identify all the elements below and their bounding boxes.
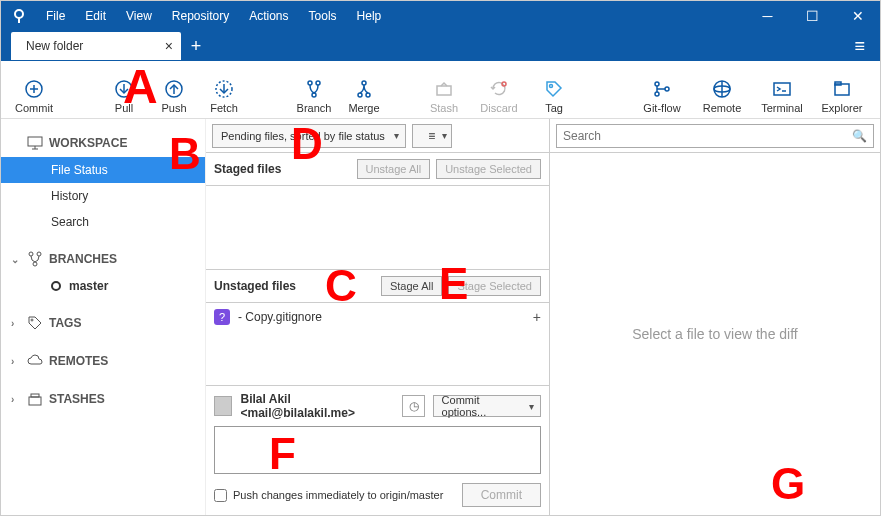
sidebar-item-search[interactable]: Search bbox=[1, 209, 205, 235]
commit-tool[interactable]: Commit bbox=[9, 78, 59, 114]
push-tool[interactable]: Push bbox=[149, 78, 199, 114]
discard-tool[interactable]: Discard bbox=[469, 78, 529, 114]
avatar bbox=[214, 396, 232, 416]
tag-tool[interactable]: Tag bbox=[529, 78, 579, 114]
chevron-right-icon: › bbox=[11, 394, 21, 405]
close-icon[interactable]: × bbox=[165, 38, 173, 54]
sidebar-group-tags[interactable]: › TAGS bbox=[1, 309, 205, 337]
titlebar: File Edit View Repository Actions Tools … bbox=[1, 1, 880, 31]
remote-tool[interactable]: Remote bbox=[692, 78, 752, 114]
chevron-right-icon: › bbox=[11, 356, 21, 367]
svg-point-36 bbox=[31, 319, 33, 321]
svg-rect-17 bbox=[437, 86, 451, 95]
commit-area: Bilal Akil <mail@bilalakil.me> ◷ Commit … bbox=[206, 385, 549, 515]
author-label: Bilal Akil <mail@bilalakil.me> bbox=[240, 392, 394, 420]
monitor-icon bbox=[27, 135, 43, 151]
search-box[interactable]: 🔍 bbox=[556, 124, 874, 148]
svg-rect-30 bbox=[28, 137, 42, 146]
close-button[interactable]: ✕ bbox=[835, 1, 880, 31]
cloud-icon bbox=[27, 353, 43, 369]
new-tab-button[interactable]: + bbox=[181, 36, 211, 57]
unstaged-files-list[interactable]: ? - Copy.gitignore + bbox=[206, 303, 549, 386]
main-area: WORKSPACE File Status History Search ⌄ B… bbox=[1, 119, 880, 515]
sidebar: WORKSPACE File Status History Search ⌄ B… bbox=[1, 119, 206, 515]
file-name: - Copy.gitignore bbox=[238, 310, 322, 324]
sidebar-group-remotes[interactable]: › REMOTES bbox=[1, 347, 205, 375]
menu-actions[interactable]: Actions bbox=[239, 1, 298, 31]
merge-tool[interactable]: Merge bbox=[339, 78, 389, 114]
file-row[interactable]: ? - Copy.gitignore + bbox=[206, 303, 549, 331]
svg-point-33 bbox=[29, 252, 33, 256]
commit-message-input[interactable] bbox=[214, 426, 541, 474]
branch-icon bbox=[27, 251, 43, 267]
unstaged-label: Unstaged files bbox=[214, 279, 375, 293]
staged-label: Staged files bbox=[214, 162, 351, 176]
gitflow-tool[interactable]: Git-flow bbox=[632, 78, 692, 114]
tab-bar: New folder × + ≡ bbox=[1, 31, 880, 61]
sidebar-group-workspace[interactable]: WORKSPACE bbox=[1, 129, 205, 157]
svg-point-22 bbox=[665, 87, 669, 91]
tag-icon bbox=[27, 315, 43, 331]
search-icon: 🔍 bbox=[852, 129, 867, 143]
center-panel: Pending files, sorted by file status ≡ S… bbox=[206, 119, 550, 515]
history-icon[interactable]: ◷ bbox=[402, 395, 424, 417]
unstage-all-button[interactable]: Unstage All bbox=[357, 159, 431, 179]
view-options-dropdown[interactable]: ≡ bbox=[412, 124, 452, 148]
stage-all-button[interactable]: Stage All bbox=[381, 276, 442, 296]
maximize-button[interactable]: ☐ bbox=[790, 1, 835, 31]
svg-point-14 bbox=[358, 93, 362, 97]
menu-view[interactable]: View bbox=[116, 1, 162, 31]
svg-point-16 bbox=[362, 81, 366, 85]
chevron-right-icon: › bbox=[11, 318, 21, 329]
hamburger-icon[interactable]: ≡ bbox=[854, 36, 865, 57]
terminal-tool[interactable]: Terminal bbox=[752, 78, 812, 114]
unstaged-header: Unstaged files Stage All Stage Selected bbox=[206, 270, 549, 303]
menu-bar: File Edit View Repository Actions Tools … bbox=[36, 1, 391, 31]
stage-selected-button[interactable]: Stage Selected bbox=[448, 276, 541, 296]
minimize-button[interactable]: ─ bbox=[745, 1, 790, 31]
menu-edit[interactable]: Edit bbox=[75, 1, 116, 31]
repo-tab[interactable]: New folder × bbox=[11, 32, 181, 60]
current-branch-icon bbox=[51, 281, 61, 291]
menu-tools[interactable]: Tools bbox=[299, 1, 347, 31]
menu-help[interactable]: Help bbox=[347, 1, 392, 31]
svg-point-19 bbox=[550, 85, 553, 88]
svg-point-11 bbox=[308, 81, 312, 85]
svg-rect-26 bbox=[774, 83, 790, 95]
svg-point-34 bbox=[37, 252, 41, 256]
stash-tool[interactable]: Stash bbox=[419, 78, 469, 114]
svg-point-13 bbox=[312, 93, 316, 97]
sidebar-branch-master[interactable]: master bbox=[1, 273, 205, 299]
svg-point-12 bbox=[316, 81, 320, 85]
diff-placeholder: Select a file to view the diff bbox=[550, 153, 880, 515]
push-checkbox-input[interactable] bbox=[214, 489, 227, 502]
svg-point-0 bbox=[15, 10, 23, 18]
right-panel: 🔍 Select a file to view the diff bbox=[550, 119, 880, 515]
search-row: 🔍 bbox=[550, 119, 880, 153]
commit-button[interactable]: Commit bbox=[462, 483, 541, 507]
svg-point-21 bbox=[655, 92, 659, 96]
branch-tool[interactable]: Branch bbox=[289, 78, 339, 114]
sidebar-item-history[interactable]: History bbox=[1, 183, 205, 209]
svg-rect-37 bbox=[29, 397, 41, 405]
fetch-tool[interactable]: Fetch bbox=[199, 78, 249, 114]
stage-file-button[interactable]: + bbox=[533, 309, 541, 325]
unstage-selected-button[interactable]: Unstage Selected bbox=[436, 159, 541, 179]
sidebar-item-file-status[interactable]: File Status bbox=[1, 157, 205, 183]
sidebar-group-branches[interactable]: ⌄ BRANCHES bbox=[1, 245, 205, 273]
pull-tool[interactable]: Pull bbox=[99, 78, 149, 114]
menu-repository[interactable]: Repository bbox=[162, 1, 239, 31]
sidebar-group-stashes[interactable]: › STASHES bbox=[1, 385, 205, 413]
file-filter-dropdown[interactable]: Pending files, sorted by file status bbox=[212, 124, 406, 148]
staged-files-list[interactable] bbox=[206, 186, 549, 270]
push-immediately-checkbox[interactable]: Push changes immediately to origin/maste… bbox=[214, 489, 443, 502]
svg-point-35 bbox=[33, 262, 37, 266]
svg-point-15 bbox=[366, 93, 370, 97]
explorer-tool[interactable]: Explorer bbox=[812, 78, 872, 114]
toolbar: Commit Pull Push Fetch Branch Merge Stas… bbox=[1, 61, 880, 119]
app-logo bbox=[1, 8, 36, 24]
menu-file[interactable]: File bbox=[36, 1, 75, 31]
search-input[interactable] bbox=[563, 129, 852, 143]
commit-options-dropdown[interactable]: Commit options... bbox=[433, 395, 541, 417]
stash-icon bbox=[27, 391, 43, 407]
